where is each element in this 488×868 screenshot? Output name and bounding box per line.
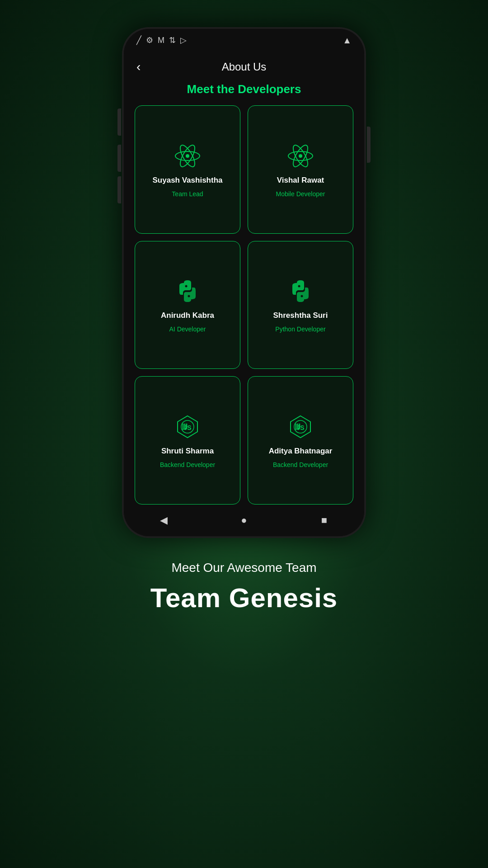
phone-device: ╱ ⚙ M ⇅ ▷ ▲ ‹ About Us Meet the Develope… [122,27,366,538]
dev-role-3: Python Developer [275,326,325,333]
mail-icon: M [158,36,164,45]
dev-icon-2 [175,278,200,306]
dev-icon-4: JS [175,414,200,441]
status-icons-left: ╱ ⚙ M ⇅ ▷ [136,35,187,45]
dev-role-5: Backend Developer [273,461,328,468]
footer-subtitle: Meet Our Awesome Team [150,561,338,575]
dev-card-2[interactable]: Anirudh Kabra AI Developer [135,241,240,369]
svg-point-9 [188,295,190,297]
page-title: About Us [222,61,267,73]
settings-icon: ⚙ [146,35,153,45]
status-icons-right: ▲ [343,35,352,46]
developer-cards-grid: Suyash Vashishtha Team Lead Vishal Rawat… [124,105,364,505]
transfer-icon: ⇅ [169,35,176,45]
dev-name-5: Aditya Bhatnagar [269,447,333,456]
dev-icon-3 [288,278,313,306]
phone-screen: ╱ ⚙ M ⇅ ▷ ▲ ‹ About Us Meet the Develope… [124,29,364,536]
page-header: ‹ About Us [124,52,364,78]
play-icon: ▷ [180,35,187,45]
dev-icon-1 [288,143,313,170]
dev-card-0[interactable]: Suyash Vashishtha Team Lead [135,105,240,234]
svg-point-11 [301,295,303,297]
dev-name-4: Shruti Sharma [161,447,214,456]
bottom-nav: ◀ ● ■ [124,505,364,536]
antenna-icon: ╱ [136,35,141,45]
svg-point-10 [298,285,300,288]
footer-section: Meet Our Awesome Team Team Genesis [150,561,338,613]
dev-role-1: Mobile Developer [276,190,325,198]
recent-nav-button[interactable]: ■ [315,511,333,529]
dev-name-1: Vishal Rawat [277,176,324,185]
dev-icon-5: JS [288,414,313,441]
dev-card-1[interactable]: Vishal Rawat Mobile Developer [248,105,353,234]
svg-point-3 [186,154,189,158]
svg-point-8 [185,285,188,288]
dev-card-3[interactable]: Shreshtha Suri Python Developer [248,241,353,369]
dev-name-0: Suyash Vashishtha [153,176,223,185]
dev-role-4: Backend Developer [160,461,215,468]
dev-card-5[interactable]: JS Aditya Bhatnagar Backend Developer [248,376,353,505]
back-button[interactable]: ‹ [136,60,141,74]
wifi-icon: ▲ [343,35,352,46]
app-content: ‹ About Us Meet the Developers Suyash Va… [124,52,364,505]
svg-point-7 [299,154,302,158]
home-nav-button[interactable]: ● [235,511,253,529]
dev-icon-0 [175,143,200,170]
back-nav-button[interactable]: ◀ [155,511,173,529]
dev-name-2: Anirudh Kabra [161,311,214,320]
section-title: Meet the Developers [124,78,364,105]
footer-title: Team Genesis [150,582,338,613]
dev-role-0: Team Lead [172,190,203,198]
dev-card-4[interactable]: JS Shruti Sharma Backend Developer [135,376,240,505]
status-bar: ╱ ⚙ M ⇅ ▷ ▲ [124,29,364,52]
dev-name-3: Shreshtha Suri [273,311,328,320]
dev-role-2: AI Developer [169,326,206,333]
